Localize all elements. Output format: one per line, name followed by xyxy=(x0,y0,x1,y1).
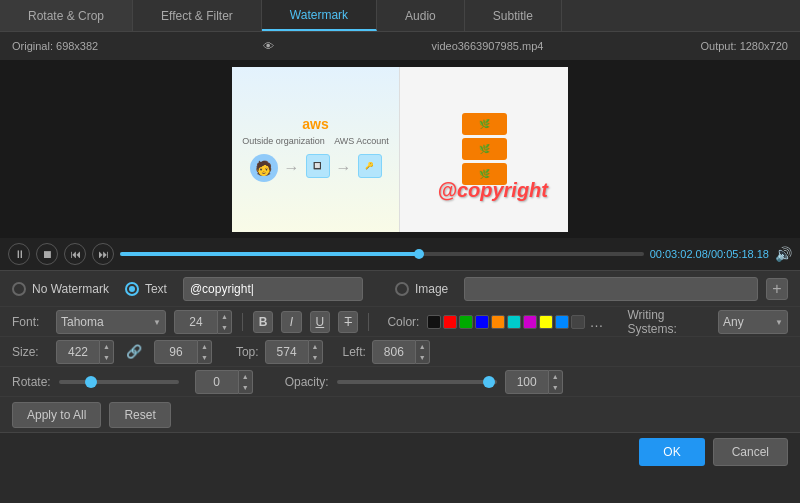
next-button[interactable]: ⏭ xyxy=(92,243,114,265)
original-size-label: Original: 698x382 xyxy=(12,40,98,52)
apply-row: Apply to All Reset xyxy=(0,396,800,432)
strikethrough-button[interactable]: T xyxy=(338,311,358,333)
tab-audio[interactable]: Audio xyxy=(377,0,465,31)
image-path-input[interactable] xyxy=(464,277,758,301)
width-down[interactable]: ▼ xyxy=(100,352,113,363)
thumb-boxes: 🌿 🌿 🌿 xyxy=(462,113,507,185)
font-size-up[interactable]: ▲ xyxy=(218,311,231,322)
opacity-spinbox: ▲ ▼ xyxy=(505,370,563,394)
video-area: aws Outside organization AWS Account 🧑 →… xyxy=(0,60,800,238)
opacity-slider[interactable] xyxy=(337,380,497,384)
info-bar: Original: 698x382 👁 video3663907985.mp4 … xyxy=(0,32,800,60)
left-up[interactable]: ▲ xyxy=(416,341,429,352)
left-label: Left: xyxy=(343,345,366,359)
ok-button[interactable]: OK xyxy=(639,438,704,466)
opacity-input[interactable] xyxy=(505,370,549,394)
image-watermark-radio[interactable] xyxy=(395,282,409,296)
rotate-spinbox: ▲ ▼ xyxy=(195,370,253,394)
stop-button[interactable]: ⏹ xyxy=(36,243,58,265)
tab-rotate-crop[interactable]: Rotate & Crop xyxy=(0,0,133,31)
pause-button[interactable]: ⏸ xyxy=(8,243,30,265)
no-watermark-option[interactable]: No Watermark xyxy=(12,282,109,296)
top-arrows: ▲ ▼ xyxy=(309,340,323,364)
rotate-up[interactable]: ▲ xyxy=(239,371,252,382)
eye-icon[interactable]: 👁 xyxy=(263,40,274,52)
color-green[interactable] xyxy=(459,315,473,329)
progress-bar[interactable] xyxy=(120,252,644,256)
color-lightblue[interactable] xyxy=(555,315,569,329)
italic-button[interactable]: I xyxy=(281,311,301,333)
top-down[interactable]: ▼ xyxy=(309,352,322,363)
rotate-input[interactable] xyxy=(195,370,239,394)
volume-icon[interactable]: 🔊 xyxy=(775,246,792,262)
prev-button[interactable]: ⏮ xyxy=(64,243,86,265)
rotate-slider[interactable] xyxy=(59,380,179,384)
tab-subtitle[interactable]: Subtitle xyxy=(465,0,562,31)
color-magenta[interactable] xyxy=(523,315,537,329)
cancel-button[interactable]: Cancel xyxy=(713,438,788,466)
tab-effect-filter[interactable]: Effect & Filter xyxy=(133,0,262,31)
footer-bar: OK Cancel xyxy=(0,432,800,470)
progress-thumb[interactable] xyxy=(414,249,424,259)
top-input[interactable] xyxy=(265,340,309,364)
size-label: Size: xyxy=(12,345,48,359)
rotate-thumb[interactable] xyxy=(85,376,97,388)
more-colors-button[interactable]: … xyxy=(589,314,603,330)
font-settings-row: Font: Tahoma Arial Times New Roman ▲ ▼ B… xyxy=(0,306,800,336)
height-spinbox: ▲ ▼ xyxy=(154,340,212,364)
left-down[interactable]: ▼ xyxy=(416,352,429,363)
text-watermark-radio[interactable] xyxy=(125,282,139,296)
left-spinbox: ▲ ▼ xyxy=(372,340,430,364)
controls-bar: ⏸ ⏹ ⏮ ⏭ 00:03:02.08/00:05:18.18 🔊 xyxy=(0,238,800,270)
width-spinbox: ▲ ▼ xyxy=(56,340,114,364)
height-up[interactable]: ▲ xyxy=(198,341,211,352)
opacity-down[interactable]: ▼ xyxy=(549,382,562,393)
color-black[interactable] xyxy=(427,315,441,329)
underline-button[interactable]: U xyxy=(310,311,330,333)
apply-to-all-button[interactable]: Apply to All xyxy=(12,402,101,428)
width-arrows: ▲ ▼ xyxy=(100,340,114,364)
thumb-box-1: 🌿 xyxy=(462,113,507,135)
height-input[interactable] xyxy=(154,340,198,364)
color-cyan[interactable] xyxy=(507,315,521,329)
image-input-row: + xyxy=(464,277,788,301)
diag-box-1: 🔲 xyxy=(306,154,330,178)
reset-button[interactable]: Reset xyxy=(109,402,170,428)
progress-filled xyxy=(120,252,419,256)
color-darkgray[interactable] xyxy=(571,315,585,329)
left-input[interactable] xyxy=(372,340,416,364)
watermark-text-input[interactable] xyxy=(183,277,363,301)
opacity-thumb[interactable] xyxy=(483,376,495,388)
font-size-input[interactable] xyxy=(174,310,218,334)
writing-systems-select[interactable]: Any Latin CJK xyxy=(718,310,788,334)
no-watermark-radio[interactable] xyxy=(12,282,26,296)
top-up[interactable]: ▲ xyxy=(309,341,322,352)
image-watermark-option[interactable]: Image xyxy=(395,282,448,296)
bold-button[interactable]: B xyxy=(253,311,273,333)
color-red[interactable] xyxy=(443,315,457,329)
width-input[interactable] xyxy=(56,340,100,364)
tab-watermark[interactable]: Watermark xyxy=(262,0,377,31)
font-size-down[interactable]: ▼ xyxy=(218,322,231,333)
font-size-arrows: ▲ ▼ xyxy=(218,310,232,334)
color-blue[interactable] xyxy=(475,315,489,329)
color-orange[interactable] xyxy=(491,315,505,329)
rotate-down[interactable]: ▼ xyxy=(239,382,252,393)
divider-2 xyxy=(368,313,369,331)
color-swatches: … xyxy=(427,314,603,330)
time-display: 00:03:02.08/00:05:18.18 xyxy=(650,248,769,260)
add-image-button[interactable]: + xyxy=(766,278,788,300)
height-down[interactable]: ▼ xyxy=(198,352,211,363)
watermark-options-row: No Watermark Text Image + xyxy=(0,270,800,306)
opacity-arrows: ▲ ▼ xyxy=(549,370,563,394)
font-select[interactable]: Tahoma Arial Times New Roman xyxy=(56,310,166,334)
color-yellow[interactable] xyxy=(539,315,553,329)
width-up[interactable]: ▲ xyxy=(100,341,113,352)
figure-1: 🧑 xyxy=(250,154,278,182)
opacity-group: Opacity: ▲ ▼ xyxy=(285,370,403,394)
rotate-label: Rotate: xyxy=(12,375,51,389)
text-watermark-option[interactable]: Text xyxy=(125,282,167,296)
opacity-up[interactable]: ▲ xyxy=(549,371,562,382)
link-proportions-icon[interactable]: 🔗 xyxy=(126,344,142,359)
image-watermark-label: Image xyxy=(415,282,448,296)
